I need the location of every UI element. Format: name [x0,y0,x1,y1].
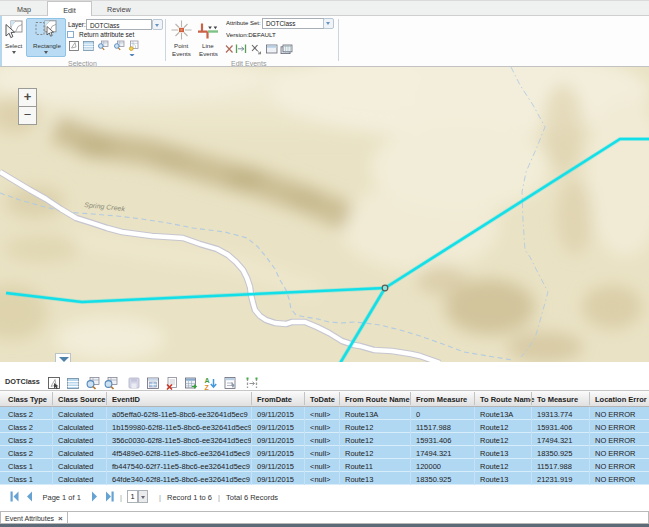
svg-text:A: A [205,377,210,384]
